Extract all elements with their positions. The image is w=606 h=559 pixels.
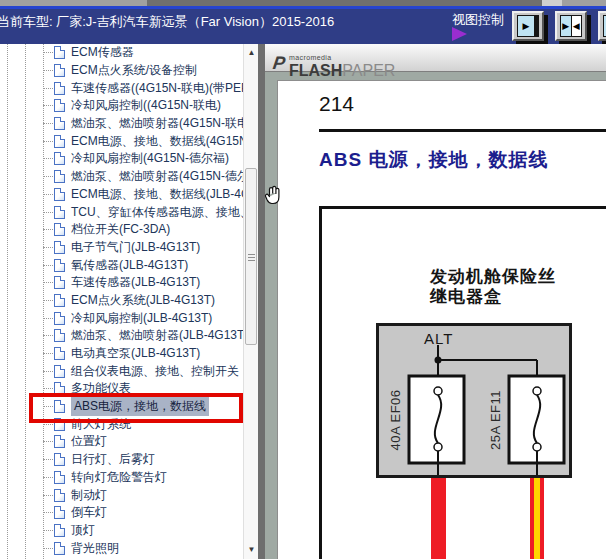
thumb-grip-icon [248,254,255,255]
tree-item-label: 冷却风扇控制(JLB-4G13T) [71,310,212,327]
document-icon [54,542,65,555]
tree-connector [43,158,53,159]
tree-connector [43,212,53,213]
tree-item-ecm-power-jlb[interactable]: ECM电源、接地、数据线(JLB-4G13 [0,186,243,204]
tree-item-fuel-pump-jlb[interactable]: 燃油泵、燃油喷射器(JLB-4G13T) [0,327,243,345]
tree-item-cooling-fan-4g15n[interactable]: 冷却风扇控制((4G15N-联电) [0,97,243,115]
tree-item-speed-sensor-jlb[interactable]: 车速传感器(JLB-4G13T) [0,274,243,292]
document-icon [54,82,65,95]
tree-item-throttle[interactable]: 电子节气门(JLB-4G13T) [0,239,243,257]
tree-item-label: 日行灯、后雾灯 [71,451,155,468]
tree-item-cooling-fan-delphi[interactable]: 冷却风扇控制(4G15N-德尔福) [0,150,243,168]
document-icon [54,170,65,183]
fusebox-title-line2: 继电器盒 [430,287,502,306]
fusebox-title-line1: 发动机舱保险丝 [430,267,556,286]
tree-connector [43,88,53,89]
document-icon [54,489,65,502]
tree-connector [43,70,53,71]
tree-item-gear-switch[interactable]: 档位开关(FC-3DA) [0,221,243,239]
tree-item-brake-lamp[interactable]: 制动灯 [0,486,243,504]
tree-connector [43,424,53,425]
document-icon [54,294,65,307]
tree-item-ecm-ignition[interactable]: ECM点火系统/设备控制 [0,62,243,80]
fusebox-title: 发动机舱保险丝 继电器盒 [430,267,556,307]
tree-item-ecm-sensor[interactable]: ECM传感器 [0,44,243,62]
tree-item-speed-sensor-4g15n[interactable]: 车速传感器((4G15N-联电)(带PEPS) [0,79,243,97]
flashpaper-header: P macromedia FLASHPAPER [265,44,606,72]
tree-connector [43,282,53,283]
scroll-down-arrow-icon[interactable]: ▼ [244,543,259,557]
document-icon [54,206,65,219]
expand-right-pane-button[interactable]: ▶ [512,11,544,41]
tree-item-label: ECM传感器 [71,44,134,61]
document-page[interactable]: 214 ABS 电源，接地，数据线 发动机舱保险丝 继电器盒 [277,80,606,559]
tree-item-ecm-ignition-jlb[interactable]: ECM点火系统(JLB-4G13T) [0,292,243,310]
pane-edge [534,16,538,36]
document-icon [54,524,65,537]
panel-splitter[interactable] [258,44,265,559]
collapse-panes-button[interactable]: ▶ ◀ [555,11,587,41]
tree-connector [43,105,53,106]
tree-item-label: ECM点火系统/设备控制 [71,62,197,79]
document-icon [54,259,65,272]
tree-item-position-lamp[interactable]: 位置灯 [0,433,243,451]
scroll-up-arrow-icon[interactable]: ▲ [244,46,259,60]
scrollbar-thumb[interactable] [245,168,257,345]
tree-item-turn-hazard-lamp[interactable]: 转向灯危险警告灯 [0,469,243,487]
document-icon [54,435,65,448]
tree-item-vacuum-pump[interactable]: 电动真空泵(JLB-4G13T) [0,345,243,363]
flashpaper-logo: P macromedia FLASHPAPER [273,47,395,79]
document-icon [54,312,65,325]
tree-item-label: 制动灯 [71,487,107,504]
document-icon [54,365,65,378]
tree-connector [43,318,53,319]
diagram-title: ABS 电源，接地，数据线 [319,147,548,173]
clipped-pane-button[interactable] [598,11,606,41]
tree-connector [43,371,53,372]
view-control-arrow-icon[interactable] [452,27,467,41]
tree-item-drl-rear-fog[interactable]: 日行灯、后雾灯 [0,451,243,469]
tree-item-label: 燃油泵、燃油喷射器(JLB-4G13T) [71,327,243,344]
tree-connector [43,459,53,460]
arrow-left-glyph: ◀ [571,16,582,36]
tree-connector [43,52,53,53]
tree-item-backlight[interactable]: 背光照明 [0,539,243,557]
tree-connector [43,247,53,248]
red-yellow-wire [530,478,544,559]
tree-item-fuel-pump-delphi[interactable]: 燃油泵、燃油喷射器(4G15N-德尔福) [0,168,243,186]
app-window: 当前车型: 厂家:J-吉利汽车新远景（Far Vision）2015-2016 … [0,0,606,559]
alt-label: ALT [424,330,453,347]
tree-item-label: 档位开关(FC-3DA) [71,221,170,238]
tree-connector [43,194,53,195]
fuse2-rating-label: 25A EF11 [488,379,504,461]
tree-item-label: 车速传感器((4G15N-联电)(带PEPS) [71,80,243,97]
tree-item-instrument-cluster[interactable]: 组合仪表电源、接地、控制开关 [0,362,243,380]
sidebar-scrollbar[interactable]: ▲ ▼ [243,44,258,559]
wiring-topic-sidebar: ECM传感器 ECM点火系统/设备控制 车速传感器((4G15N-联电)(带PE… [0,44,258,559]
collapse-panes-icon: ▶ ◀ [560,15,582,37]
document-icon [54,117,65,130]
tree-item-label: 燃油泵、燃油喷射器(4G15N-德尔福) [71,168,243,185]
tree-item-fuel-pump-4g15n[interactable]: 燃油泵、燃油喷射器(4G15N-联电) [0,115,243,133]
tree-connector [43,335,53,336]
document-icon [54,471,65,484]
flash-text: FLASH [289,62,342,79]
tree-item-ecm-power-4g15n[interactable]: ECM电源、接地、数据线(4G15N-德 [0,132,243,150]
tree-item-oxygen-sensor[interactable]: 氧传感器(JLB-4G13T) [0,256,243,274]
tree-connector [43,141,53,142]
tree-item-cooling-fan-jlb[interactable]: 冷却风扇控制(JLB-4G13T) [0,309,243,327]
tree-item-dome-lamp[interactable]: 顶灯 [0,522,243,540]
topic-tree: ECM传感器 ECM点火系统/设备控制 车速传感器((4G15N-联电)(带PE… [0,44,243,559]
document-icon [54,453,65,466]
fuse1-rating-label: 40A EF06 [388,379,404,461]
document-icon [54,188,65,201]
tree-item-tcu-sensor-power[interactable]: TCU、穿缸体传感器电源、接地、数据 [0,203,243,221]
document-icon [54,46,65,59]
document-icon [54,223,65,236]
tree-item-reverse-lamp[interactable]: 倒车灯 [0,504,243,522]
tree-item-label: 组合仪表电源、接地、控制开关 [71,363,239,380]
tree-item-label: ECM电源、接地、数据线(4G15N-德 [71,133,243,150]
fuse-circuit-drawing [379,326,569,475]
tree-item-label: 倒车灯 [71,504,107,521]
document-icon [54,347,65,360]
